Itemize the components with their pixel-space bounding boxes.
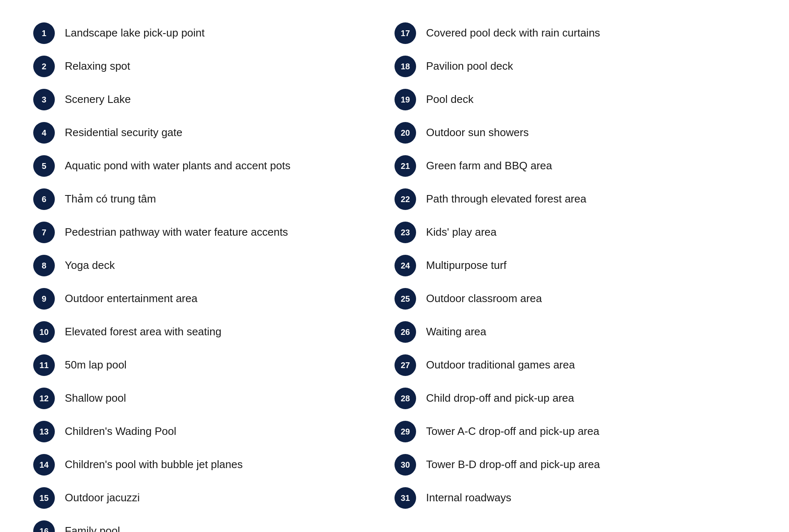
item-label: Multipurpose turf <box>426 259 507 273</box>
item-label: Tower B-D drop-off and pick-up area <box>426 458 600 472</box>
list-item: 22Path through elevated forest area <box>394 183 756 216</box>
list-item: 25Outdoor classroom area <box>394 282 756 315</box>
list-item: 24Multipurpose turf <box>394 249 756 282</box>
item-label: Waiting area <box>426 325 486 339</box>
item-label: Family pool <box>65 524 120 532</box>
number-badge: 7 <box>33 222 55 243</box>
item-label: Aquatic pond with water plants and accen… <box>65 159 290 173</box>
number-badge: 8 <box>33 255 55 276</box>
number-badge: 25 <box>394 288 416 310</box>
list-item: 23Kids' play area <box>394 216 756 249</box>
item-label: Path through elevated forest area <box>426 192 586 206</box>
list-item: 6Thảm có trung tâm <box>33 183 394 216</box>
item-label: Relaxing spot <box>65 59 130 73</box>
list-item: 20Outdoor sun showers <box>394 116 756 149</box>
list-item: 12Shallow pool <box>33 382 394 415</box>
number-badge: 3 <box>33 89 55 110</box>
list-item: 31Internal roadways <box>394 481 756 515</box>
number-badge: 28 <box>394 388 416 409</box>
list-item: 5Aquatic pond with water plants and acce… <box>33 149 394 183</box>
item-label: Pedestrian pathway with water feature ac… <box>65 225 288 239</box>
item-label: Internal roadways <box>426 491 511 505</box>
item-label: Child drop-off and pick-up area <box>426 391 574 405</box>
number-badge: 14 <box>33 454 55 476</box>
item-label: Green farm and BBQ area <box>426 159 552 173</box>
number-badge: 31 <box>394 487 416 509</box>
list-item: 18Pavilion pool deck <box>394 50 756 83</box>
number-badge: 23 <box>394 222 416 243</box>
item-label: Yoga deck <box>65 259 115 273</box>
number-badge: 26 <box>394 321 416 343</box>
number-badge: 10 <box>33 321 55 343</box>
item-label: Covered pool deck with rain curtains <box>426 26 600 40</box>
number-badge: 29 <box>394 421 416 442</box>
list-item: 27Outdoor traditional games area <box>394 349 756 382</box>
list-item: 26Waiting area <box>394 315 756 349</box>
number-badge: 9 <box>33 288 55 310</box>
number-badge: 21 <box>394 155 416 177</box>
list-item: 14Children's pool with bubble jet planes <box>33 448 394 481</box>
number-badge: 20 <box>394 122 416 144</box>
number-badge: 16 <box>33 520 55 532</box>
item-label: Children's pool with bubble jet planes <box>65 458 243 472</box>
item-label: Elevated forest area with seating <box>65 325 221 339</box>
number-badge: 4 <box>33 122 55 144</box>
list-item: 15Outdoor jacuzzi <box>33 481 394 515</box>
item-label: Outdoor sun showers <box>426 126 529 140</box>
list-item: 13Children's Wading Pool <box>33 415 394 448</box>
number-badge: 6 <box>33 188 55 210</box>
list-item: 30Tower B-D drop-off and pick-up area <box>394 448 756 481</box>
number-badge: 11 <box>33 354 55 376</box>
item-label: 50m lap pool <box>65 358 127 372</box>
list-item: 16Family pool <box>33 515 394 532</box>
number-badge: 19 <box>394 89 416 110</box>
item-label: Tower A-C drop-off and pick-up area <box>426 425 599 439</box>
item-label: Outdoor entertainment area <box>65 292 197 306</box>
list-item: 3Scenery Lake <box>33 83 394 116</box>
list-item: 17Covered pool deck with rain curtains <box>394 17 756 50</box>
list-item: 10Elevated forest area with seating <box>33 315 394 349</box>
number-badge: 27 <box>394 354 416 376</box>
number-badge: 2 <box>33 56 55 77</box>
number-badge: 13 <box>33 421 55 442</box>
number-badge: 15 <box>33 487 55 509</box>
list-item: 1Landscape lake pick-up point <box>33 17 394 50</box>
amenities-list: 1Landscape lake pick-up point2Relaxing s… <box>33 17 756 532</box>
list-item: 9Outdoor entertainment area <box>33 282 394 315</box>
number-badge: 22 <box>394 188 416 210</box>
number-badge: 24 <box>394 255 416 276</box>
list-item: 4Residential security gate <box>33 116 394 149</box>
item-label: Outdoor classroom area <box>426 292 542 306</box>
item-label: Scenery Lake <box>65 93 131 107</box>
item-label: Outdoor jacuzzi <box>65 491 140 505</box>
item-label: Outdoor traditional games area <box>426 358 575 372</box>
number-badge: 1 <box>33 22 55 44</box>
number-badge: 5 <box>33 155 55 177</box>
right-column: 17Covered pool deck with rain curtains18… <box>394 17 756 532</box>
list-item: 29Tower A-C drop-off and pick-up area <box>394 415 756 448</box>
list-item: 8Yoga deck <box>33 249 394 282</box>
item-label: Pavilion pool deck <box>426 59 513 73</box>
item-label: Landscape lake pick-up point <box>65 26 205 40</box>
item-label: Shallow pool <box>65 391 126 405</box>
number-badge: 18 <box>394 56 416 77</box>
list-item: 19Pool deck <box>394 83 756 116</box>
list-item: 7Pedestrian pathway with water feature a… <box>33 216 394 249</box>
item-label: Children's Wading Pool <box>65 425 176 439</box>
item-label: Residential security gate <box>65 126 182 140</box>
number-badge: 30 <box>394 454 416 476</box>
left-column: 1Landscape lake pick-up point2Relaxing s… <box>33 17 394 532</box>
number-badge: 17 <box>394 22 416 44</box>
list-item: 1150m lap pool <box>33 349 394 382</box>
list-item: 2Relaxing spot <box>33 50 394 83</box>
number-badge: 12 <box>33 388 55 409</box>
item-label: Kids' play area <box>426 225 497 239</box>
item-label: Pool deck <box>426 93 473 107</box>
list-item: 21Green farm and BBQ area <box>394 149 756 183</box>
item-label: Thảm có trung tâm <box>65 192 156 206</box>
list-item: 28Child drop-off and pick-up area <box>394 382 756 415</box>
